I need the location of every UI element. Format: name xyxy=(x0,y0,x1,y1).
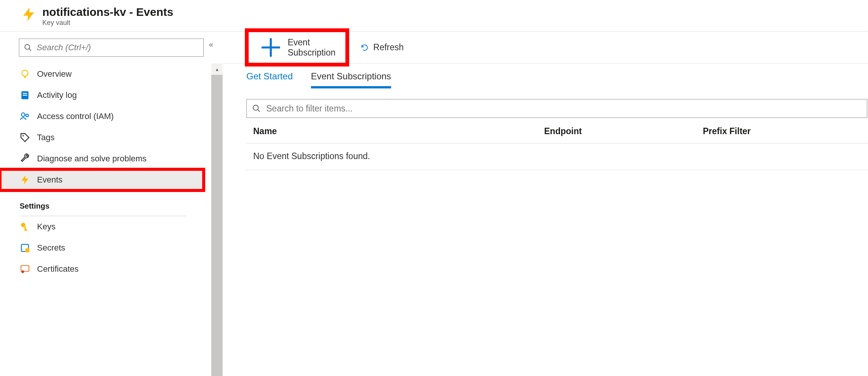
sidebar: « Overview Activity log xyxy=(0,32,223,376)
sidebar-item-label: Secrets xyxy=(37,243,65,253)
sidebar-item-certificates[interactable]: Certificates xyxy=(0,258,204,280)
scroll-thumb[interactable] xyxy=(211,75,223,376)
svg-rect-3 xyxy=(24,76,26,78)
svg-point-19 xyxy=(253,105,258,110)
collapse-sidebar-icon[interactable]: « xyxy=(209,40,213,49)
svg-point-7 xyxy=(22,113,25,116)
svg-point-8 xyxy=(26,114,28,117)
sidebar-search-input[interactable] xyxy=(37,43,199,53)
svg-rect-15 xyxy=(21,266,29,271)
sidebar-scrollbar[interactable]: ▴ xyxy=(211,63,223,376)
lightning-icon xyxy=(21,6,37,22)
sidebar-item-overview[interactable]: Overview xyxy=(0,63,204,85)
secret-icon xyxy=(20,243,30,253)
people-icon xyxy=(20,111,30,122)
table-header: Name Endpoint Prefix Filter xyxy=(246,118,868,144)
filter-input[interactable] xyxy=(266,104,862,114)
sidebar-item-label: Tags xyxy=(37,133,54,142)
plus-icon xyxy=(258,35,283,60)
wrench-icon xyxy=(20,153,30,164)
svg-rect-14 xyxy=(25,248,29,252)
svg-rect-5 xyxy=(23,93,27,94)
lightning-icon xyxy=(20,175,30,185)
sidebar-item-label: Access control (IAM) xyxy=(37,111,114,121)
page-title: notifications-kv - Events xyxy=(42,6,173,18)
sidebar-item-label: Certificates xyxy=(37,264,79,274)
sidebar-item-label: Keys xyxy=(37,222,56,232)
sidebar-item-tags[interactable]: Tags xyxy=(0,127,204,148)
bulb-icon xyxy=(20,69,30,79)
svg-point-16 xyxy=(22,271,24,273)
tab-event-subscriptions[interactable]: Event Subscriptions xyxy=(311,71,391,88)
sidebar-item-label: Activity log xyxy=(37,90,77,100)
scroll-up-icon[interactable]: ▴ xyxy=(211,63,223,75)
col-name[interactable]: Name xyxy=(253,126,544,136)
search-icon xyxy=(252,104,261,113)
sidebar-item-access-control[interactable]: Access control (IAM) xyxy=(0,106,204,127)
sidebar-item-activity-log[interactable]: Activity log xyxy=(0,85,204,106)
sidebar-item-events[interactable]: Events xyxy=(0,169,204,190)
certificate-icon xyxy=(20,264,30,274)
tab-get-started[interactable]: Get Started xyxy=(246,71,293,88)
sidebar-search[interactable] xyxy=(19,39,204,57)
sidebar-item-diagnose[interactable]: Diagnose and solve problems xyxy=(0,148,204,169)
main-content: Event Subscription Refresh Get Started E… xyxy=(223,32,868,376)
tags-icon xyxy=(20,132,30,143)
empty-state: No Event Subscriptions found. xyxy=(246,144,868,170)
sidebar-item-label: Overview xyxy=(37,69,72,79)
col-endpoint[interactable]: Endpoint xyxy=(544,126,703,136)
sidebar-item-label: Events xyxy=(37,175,62,185)
page-subtitle: Key vault xyxy=(42,19,173,27)
search-icon xyxy=(24,43,32,52)
svg-line-1 xyxy=(29,49,31,51)
key-icon xyxy=(20,221,30,232)
event-subscription-label: Event Subscription xyxy=(288,37,336,58)
toolbar: Event Subscription Refresh xyxy=(223,32,868,63)
event-subscription-button[interactable]: Event Subscription xyxy=(245,28,349,67)
refresh-label: Refresh xyxy=(373,42,404,53)
filter-search[interactable] xyxy=(246,99,867,118)
sidebar-item-label: Diagnose and solve problems xyxy=(37,154,147,164)
svg-rect-12 xyxy=(25,229,27,231)
page-header: notifications-kv - Events Key vault xyxy=(0,0,868,32)
refresh-button[interactable]: Refresh xyxy=(354,39,410,56)
sidebar-item-keys[interactable]: Keys xyxy=(0,216,204,237)
subscriptions-table: Name Endpoint Prefix Filter No Event Sub… xyxy=(246,118,868,170)
svg-point-2 xyxy=(22,70,28,76)
nav-section-settings: Settings xyxy=(0,190,204,214)
svg-rect-6 xyxy=(23,95,27,96)
tabs: Get Started Event Subscriptions xyxy=(223,63,868,88)
svg-line-20 xyxy=(258,110,260,112)
refresh-icon xyxy=(361,43,369,52)
sidebar-item-secrets[interactable]: Secrets xyxy=(0,237,204,258)
nav-list: Overview Activity log Access control (IA… xyxy=(0,63,211,376)
svg-point-9 xyxy=(23,135,24,137)
svg-point-0 xyxy=(25,45,30,50)
col-prefix[interactable]: Prefix Filter xyxy=(703,126,868,136)
log-icon xyxy=(20,90,30,101)
